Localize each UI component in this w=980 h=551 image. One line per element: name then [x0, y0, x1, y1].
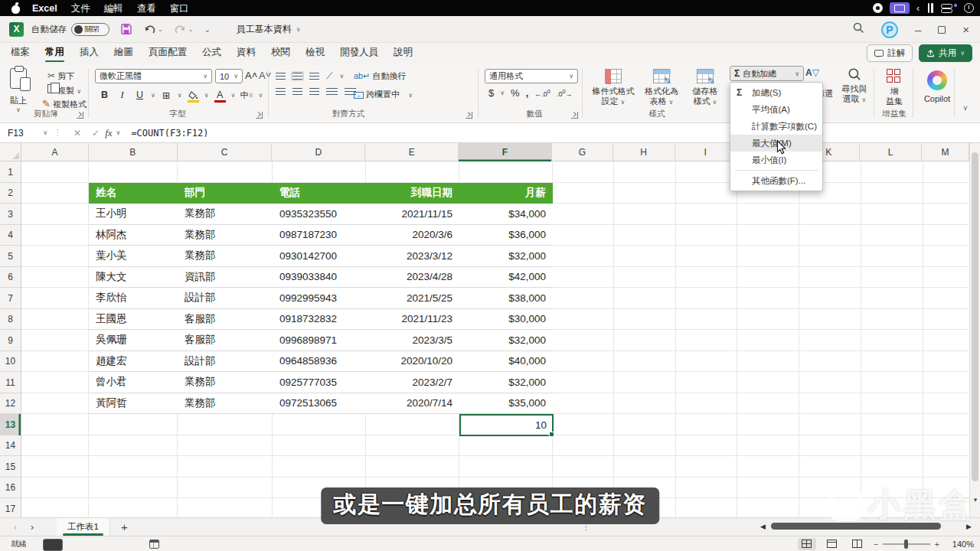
cell[interactable]: 業務部 — [178, 225, 273, 246]
ribbon-tab-頁面配置[interactable]: 頁面配置 — [144, 42, 191, 64]
ribbon-tab-常用[interactable]: 常用 — [41, 42, 69, 64]
menubar-item-2[interactable]: 編輯 — [104, 3, 123, 14]
align-left-button[interactable] — [276, 88, 286, 95]
merge-center-button[interactable]: ↔ 跨欄置中 ∨ — [354, 89, 413, 100]
table-header-到職日期[interactable]: 到職日期 — [366, 183, 459, 204]
cell[interactable]: 0939033840 — [273, 267, 366, 288]
enter-icon[interactable]: ✓ — [92, 128, 100, 139]
row-header-2[interactable]: 2 — [0, 183, 21, 204]
addins-button[interactable]: 增益集 — [879, 69, 910, 106]
clipboard-dialog-launcher[interactable] — [77, 112, 83, 119]
cell[interactable]: 2023/4/28 — [366, 267, 459, 288]
copy-button[interactable]: 複製 ∨ — [47, 84, 81, 96]
align-middle-button[interactable] — [292, 73, 302, 80]
vertical-scrollbar-thumb[interactable] — [972, 152, 978, 481]
cell-styles-button[interactable]: 儲存格樣式 ∨ — [686, 69, 724, 107]
format-as-table-button[interactable]: 格式化為表格 ∨ — [640, 69, 683, 107]
name-box[interactable]: F13∨ — [0, 128, 47, 139]
find-select-button[interactable]: 尋找與選取 ∨ — [837, 67, 872, 105]
align-bottom-button[interactable] — [309, 73, 319, 80]
cut-button[interactable]: ✂ 剪下 — [47, 70, 74, 82]
phonetic-guide-button[interactable]: 中ㄓ — [240, 88, 253, 102]
increase-font-size-button[interactable]: A˄ — [245, 70, 257, 81]
cell[interactable]: 黃阿哲 — [89, 393, 178, 414]
cell[interactable]: 林阿杰 — [89, 225, 178, 246]
column-header-G[interactable]: G — [552, 143, 613, 161]
table-header-電話[interactable]: 電話 — [273, 183, 366, 204]
wrap-text-button[interactable]: ab↵ 自動換行 — [354, 70, 407, 82]
cell[interactable]: 2021/5/25 — [366, 288, 459, 308]
font-size-select[interactable]: 10∨ — [215, 69, 243, 83]
font-dialog-launcher[interactable] — [256, 112, 263, 119]
cell[interactable]: 曾小君 — [89, 372, 178, 393]
underline-menu-icon[interactable]: ∨ — [151, 92, 155, 99]
normal-view-button[interactable] — [798, 538, 816, 550]
decrease-indent-button[interactable] — [326, 88, 338, 95]
comma-format-button[interactable]: , — [526, 87, 529, 99]
column-header-C[interactable]: C — [178, 143, 273, 161]
cell[interactable]: 2020/7/14 — [366, 393, 459, 414]
cell[interactable]: 李欣怡 — [89, 288, 178, 308]
cell[interactable]: $32,000 — [459, 330, 553, 350]
prev-sheet-icon[interactable]: ‹ — [14, 522, 17, 533]
column-header-A[interactable]: A — [21, 143, 89, 161]
cell[interactable]: 設計部 — [178, 288, 273, 308]
cell[interactable]: $32,000 — [459, 246, 553, 266]
borders-menu-icon[interactable]: ∨ — [178, 92, 182, 99]
autosum-button[interactable]: Σ 自動加總 ∨ — [730, 66, 804, 81]
fill-color-button[interactable] — [187, 88, 200, 102]
cell[interactable]: 葉小美 — [89, 246, 178, 266]
clock-icon[interactable] — [964, 3, 974, 13]
screen-share-icon[interactable] — [890, 2, 910, 14]
column-header-I[interactable]: I — [675, 143, 737, 161]
zoom-slider[interactable]: − + — [874, 540, 939, 549]
row-header-7[interactable]: 7 — [0, 288, 21, 309]
orientation-menu-icon[interactable]: ∨ — [339, 73, 344, 80]
font-color-button[interactable]: A — [214, 88, 227, 102]
table-header-月薪[interactable]: 月薪 — [459, 183, 553, 204]
decrease-font-size-button[interactable]: A˅ — [259, 70, 271, 81]
row-header-17[interactable]: 17 — [0, 498, 21, 517]
horizontal-scrollbar-thumb[interactable] — [771, 523, 941, 530]
row-header-6[interactable]: 6 — [0, 267, 21, 289]
orientation-button[interactable]: ⟋ — [326, 70, 332, 81]
zoom-slider-track[interactable] — [883, 543, 930, 545]
percent-format-button[interactable]: % — [511, 87, 520, 99]
row-header-11[interactable]: 11 — [0, 372, 21, 393]
restore-button[interactable] — [938, 26, 946, 34]
menu-item-加總(S)[interactable]: Σ加總(S) — [730, 84, 822, 101]
row-header-14[interactable]: 14 — [0, 435, 21, 457]
row-header-16[interactable]: 16 — [0, 478, 21, 499]
fill-color-menu-icon[interactable]: ∨ — [204, 92, 209, 99]
cell[interactable]: 設計部 — [178, 351, 273, 372]
cell[interactable]: 趙建宏 — [89, 351, 178, 372]
add-sheet-button[interactable]: + — [121, 520, 128, 533]
row-header-15[interactable]: 15 — [0, 456, 21, 478]
row-header-10[interactable]: 10 — [0, 351, 21, 373]
selected-cell-F13[interactable]: 10 — [459, 414, 554, 436]
select-all-corner[interactable] — [0, 143, 21, 161]
cell[interactable]: $34,000 — [459, 204, 553, 224]
quick-access-menu-icon[interactable]: ⌄ — [204, 25, 210, 34]
cell[interactable]: 0930142700 — [273, 246, 366, 266]
cell[interactable]: 客服部 — [178, 330, 273, 350]
next-sheet-icon[interactable]: › — [31, 522, 34, 533]
menubar-item-3[interactable]: 查看 — [137, 3, 156, 14]
ribbon-tab-插入[interactable]: 插入 — [75, 42, 103, 64]
conditional-formatting-button[interactable]: 條件式格式設定 ∨ — [590, 69, 637, 107]
ribbon-tab-繪圖[interactable]: 繪圖 — [109, 42, 138, 64]
cell[interactable]: 業務部 — [178, 204, 273, 224]
menubar-item-0[interactable]: Excel — [32, 3, 57, 14]
chevron-left-icon[interactable]: ‹ — [916, 3, 920, 14]
page-break-view-button[interactable] — [848, 538, 867, 550]
cell[interactable]: $32,000 — [459, 372, 553, 393]
cell[interactable]: $30,000 — [459, 309, 553, 330]
tools-icon[interactable] — [926, 3, 934, 13]
record-icon[interactable] — [873, 3, 883, 13]
cell[interactable]: 0935323550 — [273, 204, 366, 224]
grid-body[interactable]: 姓名部門電話到職日期月薪王小明業務部09353235502021/11/15$3… — [21, 161, 969, 517]
cell[interactable]: 0992995943 — [273, 288, 366, 308]
zoom-level[interactable]: 140% — [946, 540, 974, 549]
cell[interactable]: 2023/3/5 — [366, 330, 459, 350]
menubar-item-4[interactable]: 窗口 — [170, 3, 189, 14]
